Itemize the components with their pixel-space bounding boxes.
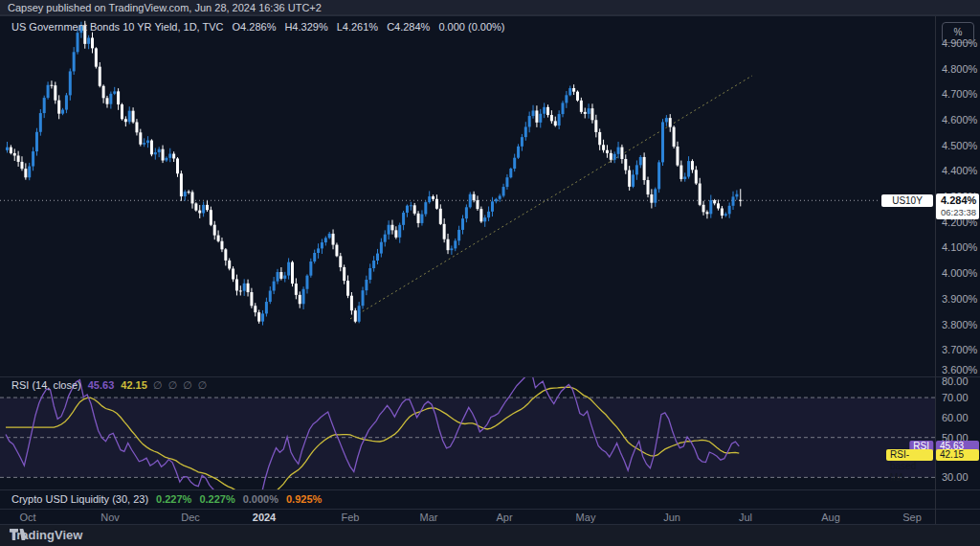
candle [388,225,390,235]
rsi-legend: RSI (14, close)45.6342.15∅∅∅∅ [11,379,207,392]
candle [479,209,482,221]
candle [554,121,557,125]
candle [428,196,431,202]
candle [535,110,538,122]
candle [679,166,682,179]
candle [613,154,616,160]
candle [324,238,327,242]
time-tick-Aug: Aug [821,512,840,523]
candle [709,200,712,214]
tradingview-footer[interactable]: TradingView [10,528,82,542]
crypto-value: 0.227% [199,493,234,505]
ohlc-O: O4.286% [233,21,277,33]
candle [358,306,361,322]
candle [661,122,664,162]
crypto-title[interactable]: Crypto USD Liquidity (30, 23) [11,493,148,505]
candle [113,91,116,93]
candle [339,256,342,267]
candle [87,37,90,43]
candle [24,169,27,177]
bar-countdown: 06:23:38 [941,207,979,217]
candle [528,116,531,126]
candle [232,268,234,279]
candle [365,280,368,290]
empty-value-icon: ∅ [167,379,177,391]
rsi-pane-canvas[interactable] [0,376,935,489]
symbol-title[interactable]: US Government Bonds 10 YR Yield, 1D, TVC [11,21,224,33]
publish-info-text: Capsey published on TradingView.com, Jun… [8,2,322,13]
pane-separator[interactable] [0,489,980,490]
candle [180,173,183,196]
candle [705,212,708,214]
candle [376,254,379,261]
time-tick-May: May [576,512,596,523]
candle [728,206,731,215]
change-value: 0.000 (0.00%) [438,21,504,33]
candle [454,240,457,248]
candle [469,194,472,208]
time-tick-Jul: Jul [739,512,752,523]
candle [657,162,660,189]
candle [495,199,498,202]
ohlc-L: L4.261% [337,21,378,33]
candle [247,284,250,292]
candle [521,137,523,147]
candle [188,192,190,193]
candle [435,199,438,209]
candle [632,174,635,187]
candle [683,177,686,179]
candle [257,312,260,322]
candle [665,118,668,122]
crypto-liquidity-legend: Crypto USD Liquidity (30, 23)0.227%0.227… [11,493,322,505]
price-tick: 3.600% [942,364,977,375]
candle [384,235,387,242]
rsi-tick: 80.00 [942,375,969,387]
rsi-tick: 60.00 [942,412,969,423]
candle [224,249,227,261]
price-tick: 3.700% [942,344,977,355]
candle [13,153,16,156]
candle [105,98,108,103]
candle [102,86,105,99]
candle [565,95,568,102]
price-pane-canvas[interactable] [0,16,935,376]
candle [69,71,72,95]
candle [184,192,187,196]
candle [39,113,42,132]
price-tick: 4.400% [942,165,977,176]
candle [439,209,442,224]
candle [717,203,720,208]
candle [194,203,197,210]
candle [443,224,446,239]
candle [491,201,494,212]
candle [139,132,142,144]
candle [99,67,101,86]
candle [424,202,427,214]
candle [143,143,145,145]
rsi-title[interactable]: RSI (14, close) [11,379,81,391]
crypto-value: 0.000% [243,493,278,505]
rsi-tick: 30.00 [942,471,969,483]
crypto-values: 0.227%0.227%0.000%0.925% [148,493,322,505]
candle [702,205,705,213]
time-axis-border [0,509,980,510]
candle [362,290,365,306]
empty-value-icon: ∅ [183,379,192,391]
pane-separator[interactable] [0,376,980,377]
candle [202,205,205,214]
candle [250,292,253,306]
candle [95,48,98,66]
candle [543,107,546,114]
candle [154,152,157,154]
candle [457,230,460,240]
candle [524,126,527,137]
time-tick-Nov: Nov [100,512,120,523]
candle [546,107,549,115]
candle [206,205,209,210]
candle [77,33,79,52]
candle [572,88,575,92]
time-tick-Jun: Jun [663,512,680,523]
candle [128,111,131,123]
candle [647,180,650,194]
candle [639,157,642,165]
